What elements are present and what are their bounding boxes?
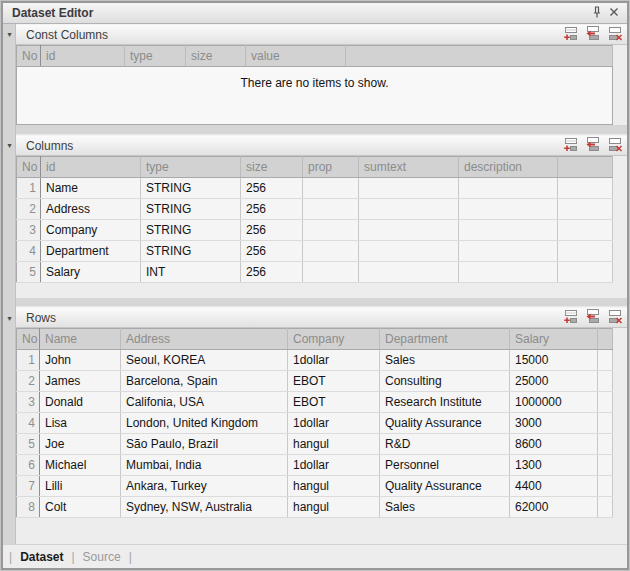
cell-name[interactable]: Colt bbox=[40, 497, 121, 518]
cell-name[interactable]: Lisa bbox=[40, 413, 121, 434]
cell-description[interactable] bbox=[459, 220, 558, 241]
cell-sumtext[interactable] bbox=[359, 262, 459, 283]
cell-department[interactable]: Research Institute bbox=[380, 392, 510, 413]
cell-salary[interactable]: 25000 bbox=[510, 371, 598, 392]
collapse-columns-button[interactable]: ▾ bbox=[4, 139, 15, 152]
cell-name[interactable]: Michael bbox=[40, 455, 121, 476]
add-row-button[interactable] bbox=[561, 26, 580, 43]
cell-id[interactable]: Company bbox=[41, 220, 141, 241]
cell-prop[interactable] bbox=[303, 199, 359, 220]
cell-prop[interactable] bbox=[303, 220, 359, 241]
cell-type[interactable]: INT bbox=[141, 262, 241, 283]
cell-prop[interactable] bbox=[303, 262, 359, 283]
cell-company[interactable]: EBOT bbox=[288, 371, 380, 392]
cell-size[interactable]: 256 bbox=[241, 241, 303, 262]
insert-row-button[interactable] bbox=[583, 309, 602, 326]
cell-address[interactable]: Ankara, Turkey bbox=[121, 476, 288, 497]
cell-company[interactable]: 1dollar bbox=[288, 455, 380, 476]
cell-salary[interactable]: 1300 bbox=[510, 455, 598, 476]
cell-address[interactable]: Mumbai, India bbox=[121, 455, 288, 476]
cell-size[interactable]: 256 bbox=[241, 220, 303, 241]
cell-company[interactable]: hangul bbox=[288, 476, 380, 497]
cell-address[interactable]: London, United Kingdom bbox=[121, 413, 288, 434]
table-row: 2 Address STRING 256 bbox=[17, 199, 613, 220]
cell-description[interactable] bbox=[459, 178, 558, 199]
cell-prop[interactable] bbox=[303, 178, 359, 199]
cell-sumtext[interactable] bbox=[359, 178, 459, 199]
delete-row-button[interactable] bbox=[605, 26, 624, 43]
delete-row-button[interactable] bbox=[605, 309, 624, 326]
cell-address[interactable]: Seoul, KOREA bbox=[121, 350, 288, 371]
cell-department[interactable]: Quality Assurance bbox=[380, 413, 510, 434]
cell-name[interactable]: Lilli bbox=[40, 476, 121, 497]
collapse-const-columns-button[interactable]: ▾ bbox=[4, 28, 15, 41]
row-number-cell[interactable]: 8 bbox=[17, 497, 40, 518]
cell-name[interactable]: Donald bbox=[40, 392, 121, 413]
cell-department[interactable]: Consulting bbox=[380, 371, 510, 392]
collapse-rows-button[interactable]: ▾ bbox=[4, 312, 15, 325]
row-number-cell[interactable]: 6 bbox=[17, 455, 40, 476]
cell-id[interactable]: Department bbox=[41, 241, 141, 262]
pin-button[interactable] bbox=[588, 5, 605, 21]
cell-type[interactable]: STRING bbox=[141, 178, 241, 199]
cell-salary[interactable]: 1000000 bbox=[510, 392, 598, 413]
cell-description[interactable] bbox=[459, 262, 558, 283]
row-number-cell[interactable]: 7 bbox=[17, 476, 40, 497]
cell-salary[interactable]: 4400 bbox=[510, 476, 598, 497]
row-number-cell[interactable]: 2 bbox=[17, 371, 40, 392]
cell-description[interactable] bbox=[459, 241, 558, 262]
cell-name[interactable]: John bbox=[40, 350, 121, 371]
cell-prop[interactable] bbox=[303, 241, 359, 262]
add-row-button[interactable] bbox=[561, 309, 580, 326]
cell-company[interactable]: EBOT bbox=[288, 392, 380, 413]
cell-size[interactable]: 256 bbox=[241, 178, 303, 199]
cell-company[interactable]: 1dollar bbox=[288, 413, 380, 434]
cell-name[interactable]: Joe bbox=[40, 434, 121, 455]
add-row-button[interactable] bbox=[561, 137, 580, 154]
cell-type[interactable]: STRING bbox=[141, 220, 241, 241]
row-number-cell[interactable]: 3 bbox=[17, 220, 41, 241]
row-number-cell[interactable]: 5 bbox=[17, 434, 40, 455]
cell-salary[interactable]: 62000 bbox=[510, 497, 598, 518]
cell-id[interactable]: Address bbox=[41, 199, 141, 220]
row-number-cell[interactable]: 1 bbox=[17, 178, 41, 199]
tab-dataset[interactable]: Dataset bbox=[20, 550, 63, 564]
tab-source[interactable]: Source bbox=[83, 550, 121, 564]
row-number-cell[interactable]: 4 bbox=[17, 241, 41, 262]
cell-department[interactable]: Personnel bbox=[380, 455, 510, 476]
cell-department[interactable]: Quality Assurance bbox=[380, 476, 510, 497]
row-number-cell[interactable]: 2 bbox=[17, 199, 41, 220]
cell-company[interactable]: 1dollar bbox=[288, 350, 380, 371]
cell-description[interactable] bbox=[459, 199, 558, 220]
cell-address[interactable]: São Paulo, Brazil bbox=[121, 434, 288, 455]
row-number-cell[interactable]: 1 bbox=[17, 350, 40, 371]
row-number-cell[interactable]: 3 bbox=[17, 392, 40, 413]
close-button[interactable] bbox=[605, 5, 622, 21]
cell-company[interactable]: hangul bbox=[288, 497, 380, 518]
cell-sumtext[interactable] bbox=[359, 199, 459, 220]
cell-type[interactable]: STRING bbox=[141, 199, 241, 220]
insert-row-button[interactable] bbox=[583, 26, 602, 43]
row-number-cell[interactable]: 5 bbox=[17, 262, 41, 283]
cell-type[interactable]: STRING bbox=[141, 241, 241, 262]
cell-size[interactable]: 256 bbox=[241, 199, 303, 220]
cell-salary[interactable]: 3000 bbox=[510, 413, 598, 434]
insert-row-button[interactable] bbox=[583, 137, 602, 154]
cell-company[interactable]: hangul bbox=[288, 434, 380, 455]
cell-salary[interactable]: 8600 bbox=[510, 434, 598, 455]
cell-id[interactable]: Name bbox=[41, 178, 141, 199]
row-number-cell[interactable]: 4 bbox=[17, 413, 40, 434]
cell-address[interactable]: Sydney, NSW, Australia bbox=[121, 497, 288, 518]
delete-row-button[interactable] bbox=[605, 137, 624, 154]
cell-name[interactable]: James bbox=[40, 371, 121, 392]
cell-address[interactable]: Califonia, USA bbox=[121, 392, 288, 413]
cell-sumtext[interactable] bbox=[359, 241, 459, 262]
cell-size[interactable]: 256 bbox=[241, 262, 303, 283]
cell-salary[interactable]: 15000 bbox=[510, 350, 598, 371]
cell-address[interactable]: Barcelona, Spain bbox=[121, 371, 288, 392]
cell-sumtext[interactable] bbox=[359, 220, 459, 241]
cell-department[interactable]: Sales bbox=[380, 497, 510, 518]
cell-department[interactable]: R&D bbox=[380, 434, 510, 455]
cell-id[interactable]: Salary bbox=[41, 262, 141, 283]
cell-department[interactable]: Sales bbox=[380, 350, 510, 371]
